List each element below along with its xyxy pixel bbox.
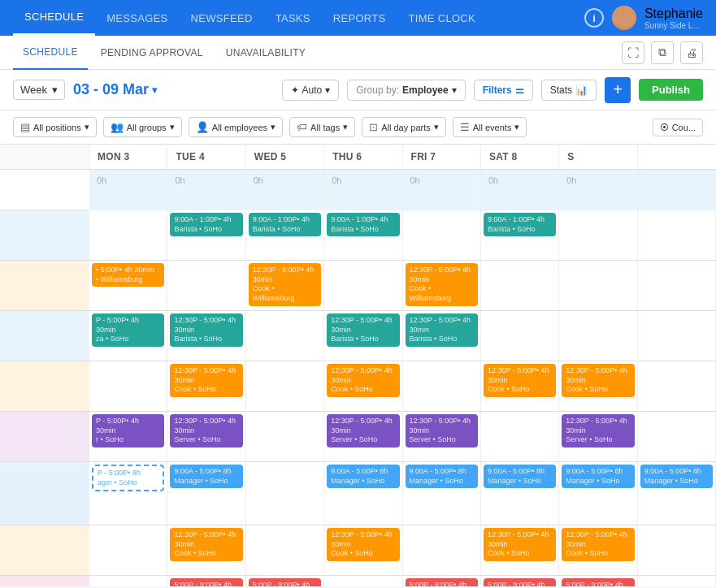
shift-block[interactable]: 12:30P - 5:00P• 4h 30min Barista • SoHo xyxy=(406,313,478,347)
shift-block[interactable]: 12:30P - 5:00P• 4h 30min Cook • SoHo xyxy=(562,364,634,397)
add-button[interactable]: + xyxy=(605,77,631,103)
server-fri[interactable]: 12:30P - 5:00P• 4h 30min Server • SoHo xyxy=(403,412,481,461)
barista2-wed[interactable] xyxy=(246,311,324,361)
shift-block[interactable]: 9:00A - 5:00P• 8h Manager • SoHo xyxy=(327,465,399,488)
cook-fri[interactable]: 12:30P - 5:00P• 4h 30min Cook • Williams… xyxy=(403,261,481,310)
events-filter[interactable]: ☰ All events ▾ xyxy=(453,117,527,137)
cook2-sun[interactable]: 12:30P - 5:00P• 4h 30min Cook • SoHo xyxy=(559,361,637,411)
host-mon[interactable] xyxy=(89,576,167,586)
shift-block[interactable]: 12:30P - 5:00P• 4h 30min Server • SoHo xyxy=(406,414,478,447)
barista-tue[interactable]: 9:00A - 1:00P• 4h Barista • SoHo xyxy=(167,210,245,260)
barista-sun[interactable] xyxy=(559,210,637,260)
shift-block[interactable]: 5:00P - 9:00P• 4h Host • SoHo xyxy=(406,578,478,586)
shift-block[interactable]: 12:30P - 5:00P• 4h 30min Server • SoHo xyxy=(170,414,242,447)
barista2-sun[interactable] xyxy=(559,311,637,361)
shift-block[interactable]: 12:30P - 5:00P• 4h 30min Cook • Williams… xyxy=(249,263,321,306)
expand-icon[interactable]: ⛶ xyxy=(622,41,644,64)
shift-block[interactable]: 9:00A - 1:00P• 4h Barista • SoHo xyxy=(170,213,242,236)
cook3-fri[interactable] xyxy=(403,525,481,575)
shift-block[interactable]: 9:00A - 5:00P• 8h Manager • SoHo xyxy=(406,465,478,488)
cook3-tue[interactable]: 12:30P - 5:00P• 4h 30min Cook • SoHo xyxy=(167,525,245,575)
shift-block[interactable]: 9:00A - 5:00P• 8h Manager • SoHo xyxy=(562,465,634,488)
shift-block-dashed[interactable]: P - 5:00P• 8h ager • SoHo xyxy=(92,465,164,491)
shift-block[interactable]: • 5:00P• 4h 30min • Williamsburg xyxy=(92,263,164,287)
shift-block[interactable]: 5:00P - 9:00P• 4h Host • SoHo xyxy=(170,578,242,586)
shift-block[interactable]: 12:30P - 5:00P• 4h 30min Server • SoHo xyxy=(327,414,399,447)
cook2-wed[interactable] xyxy=(246,361,324,411)
cook3-thu[interactable]: 12:30P - 5:00P• 4h 30min Cook • SoHo xyxy=(324,525,402,575)
nav-item-time-clock[interactable]: TIME CLOCK xyxy=(397,0,487,36)
sub-nav-unavailability[interactable]: UNAVAILABILITY xyxy=(216,36,315,70)
host-fri[interactable]: 5:00P - 9:00P• 4h Host • SoHo xyxy=(403,576,481,586)
barista-wed[interactable]: 9:00A - 1:00P• 4h Barista • SoHo xyxy=(246,210,324,260)
host-tue[interactable]: 5:00P - 9:00P• 4h Host • SoHo xyxy=(167,576,245,586)
positions-filter[interactable]: ▤ All positions ▾ xyxy=(13,117,97,137)
nav-item-reports[interactable]: REPORTS xyxy=(322,0,397,36)
shift-block[interactable]: 12:30P - 5:00P• 4h 30min Cook • SoHo xyxy=(484,528,556,561)
cook-wed[interactable]: 12:30P - 5:00P• 4h 30min Cook • Williams… xyxy=(246,261,324,310)
server-wed[interactable] xyxy=(246,412,324,461)
tags-filter[interactable]: 🏷 All tags ▾ xyxy=(289,117,355,137)
cook2-fri[interactable] xyxy=(403,361,481,411)
barista-mon[interactable] xyxy=(89,210,167,260)
sub-nav-schedule[interactable]: SCHEDULE xyxy=(13,36,88,70)
columns-button[interactable]: ⦿ Cou... xyxy=(653,119,703,136)
shift-block[interactable]: 12:30P - 5:00P• 4h 30min Barista • SoHo xyxy=(170,313,242,347)
barista2-thu[interactable]: 12:30P - 5:00P• 4h 30min Barista • SoHo xyxy=(324,311,402,361)
auto-button[interactable]: ✦ Auto ▾ xyxy=(282,80,340,101)
shift-block[interactable]: P - 5:00P• 4h 30min r • SoHo xyxy=(92,414,164,447)
shift-block[interactable]: 12:30P - 5:00P• 4h 30min Cook • SoHo xyxy=(170,364,242,397)
server-mon[interactable]: P - 5:00P• 4h 30min r • SoHo xyxy=(89,412,167,461)
barista-fri[interactable] xyxy=(403,210,481,260)
barista2-mon[interactable]: P - 5:00P• 4h 30min za • SoHo xyxy=(89,311,167,361)
shift-block[interactable]: 9:00A - 1:00P• 4h Barista • SoHo xyxy=(249,213,321,236)
shift-block[interactable]: 5:00P - 9:00P• 4h Host • SoHo xyxy=(484,578,556,586)
server-tue[interactable]: 12:30P - 5:00P• 4h 30min Server • SoHo xyxy=(167,412,245,461)
filters-button[interactable]: Filters ⚌ xyxy=(474,80,533,101)
cook2-tue[interactable]: 12:30P - 5:00P• 4h 30min Cook • SoHo xyxy=(167,361,245,411)
manager-fri[interactable]: 9:00A - 5:00P• 8h Manager • SoHo xyxy=(403,462,481,525)
manager-wed[interactable] xyxy=(246,462,324,525)
publish-button[interactable]: Publish xyxy=(639,79,703,101)
shift-block[interactable]: 9:00A - 1:00P• 4h Barista • SoHo xyxy=(484,213,556,236)
barista2-fri[interactable]: 12:30P - 5:00P• 4h 30min Barista • SoHo xyxy=(403,311,481,361)
nav-item-messages[interactable]: MESSAGES xyxy=(95,0,179,36)
employees-filter[interactable]: 👤 All employees ▾ xyxy=(189,117,283,137)
nav-item-schedule[interactable]: SCHEDULE xyxy=(13,0,95,36)
date-range[interactable]: 03 - 09 Mar ▾ xyxy=(73,81,157,98)
shift-block[interactable]: 9:00A - 5:00P• 8h Manager • SoHo xyxy=(484,465,556,488)
manager-mon[interactable]: P - 5:00P• 8h ager • SoHo xyxy=(89,462,167,525)
group-by-selector[interactable]: Group by: Employee ▾ xyxy=(347,80,465,101)
cook-tue[interactable] xyxy=(167,261,245,310)
shift-block[interactable]: 12:30P - 5:00P• 4h 30min Cook • SoHo xyxy=(327,364,399,397)
manager-sun[interactable]: 9:00A - 5:00P• 8h Manager • SoHo xyxy=(559,462,637,525)
host-sat[interactable]: 5:00P - 9:00P• 4h Host • SoHo xyxy=(481,576,559,586)
cook-sun[interactable] xyxy=(559,261,637,310)
shift-block[interactable]: 12:30P - 5:00P• 4h 30min Cook • SoHo xyxy=(484,364,556,397)
cook3-mon[interactable] xyxy=(89,525,167,575)
host-wed[interactable]: 5:00P - 9:00P• 4h Host • SoHo xyxy=(246,576,324,586)
stats-button[interactable]: Stats 📊 xyxy=(541,80,597,101)
host-thu[interactable] xyxy=(324,576,402,586)
cook2-sat[interactable]: 12:30P - 5:00P• 4h 30min Cook • SoHo xyxy=(481,361,559,411)
barista-sat[interactable]: 9:00A - 1:00P• 4h Barista • SoHo xyxy=(481,210,559,260)
shift-block[interactable]: 5:00P - 9:00P• 4h Host • SoHo xyxy=(249,578,321,586)
copy-icon[interactable]: ⧉ xyxy=(651,41,674,64)
groups-filter[interactable]: 👥 All groups ▾ xyxy=(103,117,182,137)
cook2-mon[interactable] xyxy=(89,361,167,411)
shift-block[interactable]: 12:30P - 5:00P• 4h 30min Barista • SoHo xyxy=(327,313,399,347)
shift-block[interactable]: 12:30P - 5:00P• 4h 30min Server • SoHo xyxy=(562,414,634,447)
shift-block[interactable]: 12:30P - 5:00P• 4h 30min Cook • SoHo xyxy=(170,528,242,561)
week-selector[interactable]: Week ▾ xyxy=(13,80,65,100)
server-thu[interactable]: 12:30P - 5:00P• 4h 30min Server • SoHo xyxy=(324,412,402,461)
shift-block[interactable]: 9:00A - 5:00P• 8h Manager • SoHo xyxy=(640,465,713,488)
cook3-sun[interactable]: 12:30P - 5:00P• 4h 30min Cook • SoHo xyxy=(559,525,637,575)
barista-thu[interactable]: 9:00A - 1:00P• 4h Barista • SoHo xyxy=(324,210,402,260)
day-parts-filter[interactable]: ⊡ All day parts ▾ xyxy=(362,117,446,137)
cook2-thu[interactable]: 12:30P - 5:00P• 4h 30min Cook • SoHo xyxy=(324,361,402,411)
shift-block[interactable]: 12:30P - 5:00P• 4h 30min Cook • Williams… xyxy=(406,263,478,306)
shift-block[interactable]: 9:00A - 1:00P• 4h Barista • SoHo xyxy=(327,213,399,236)
nav-item-tasks[interactable]: TASKS xyxy=(264,0,322,36)
barista2-sat[interactable] xyxy=(481,311,559,361)
shift-block[interactable]: 5:00P - 9:00P• 4h Host • SoHo xyxy=(562,578,634,586)
